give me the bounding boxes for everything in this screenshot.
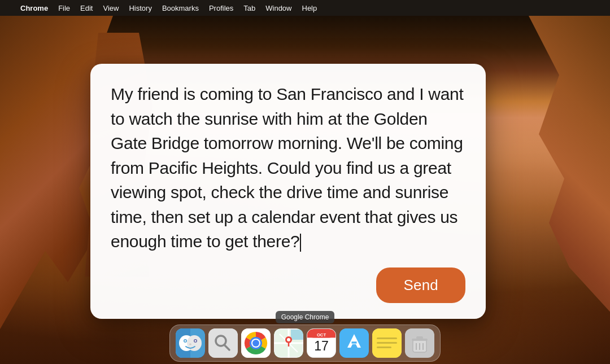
- menu-bookmarks[interactable]: Bookmarks: [158, 3, 203, 14]
- appstore-icon: [339, 328, 369, 358]
- svg-rect-10: [208, 328, 238, 358]
- maps-icon: [274, 328, 303, 358]
- send-button[interactable]: Send: [376, 267, 465, 303]
- dock-icon-appstore[interactable]: [339, 328, 369, 358]
- svg-point-9: [189, 344, 191, 345]
- calendar-icon: OCT 17: [307, 328, 336, 358]
- svg-point-7: [185, 340, 186, 342]
- chrome-icon: [241, 328, 271, 358]
- menu-file[interactable]: File: [54, 3, 75, 14]
- menu-view[interactable]: View: [98, 3, 123, 14]
- dock-icon-spotlight[interactable]: [208, 328, 238, 358]
- dock-container: Google Chrome 🔵: [169, 311, 441, 362]
- text-cursor: [300, 234, 301, 252]
- svg-rect-20: [291, 330, 303, 340]
- svg-rect-31: [377, 337, 397, 339]
- svg-point-17: [252, 340, 259, 347]
- dock-icon-notes[interactable]: [372, 328, 402, 358]
- svg-rect-33: [377, 347, 391, 348]
- menu-profiles[interactable]: Profiles: [204, 3, 238, 14]
- dock-icon-calendar[interactable]: OCT 17: [307, 328, 336, 358]
- svg-point-8: [195, 340, 197, 342]
- notes-icon: [372, 328, 402, 358]
- spotlight-icon: [208, 328, 238, 358]
- dock-icon-trash[interactable]: [405, 328, 434, 358]
- svg-text:17: 17: [314, 339, 329, 353]
- dock-tooltip: Google Chrome: [276, 311, 335, 323]
- dock: 🔵: [169, 324, 441, 362]
- svg-point-22: [287, 338, 290, 341]
- menu-history[interactable]: History: [124, 3, 156, 14]
- dock-icon-chrome[interactable]: [241, 328, 271, 358]
- menu-bar: Chrome File Edit View History Bookmarks …: [0, 0, 610, 16]
- chat-dialog: My friend is coming to San Francisco and…: [90, 64, 486, 319]
- menu-window[interactable]: Window: [261, 3, 296, 14]
- dock-icon-maps[interactable]: [274, 328, 303, 358]
- menu-edit[interactable]: Edit: [76, 3, 97, 14]
- svg-rect-37: [416, 336, 423, 339]
- apple-menu[interactable]: [5, 7, 11, 9]
- send-row: Send: [111, 267, 465, 303]
- trash-icon: [405, 328, 434, 358]
- finder-face-icon: [176, 328, 205, 358]
- svg-text:OCT: OCT: [317, 332, 326, 337]
- svg-rect-32: [377, 342, 397, 344]
- desktop: My friend is coming to San Francisco and…: [0, 16, 610, 364]
- chat-message-text[interactable]: My friend is coming to San Francisco and…: [111, 82, 465, 254]
- menu-tab[interactable]: Tab: [239, 3, 260, 14]
- dock-icon-finder[interactable]: 🔵: [176, 328, 205, 358]
- menu-help[interactable]: Help: [298, 3, 322, 14]
- menu-app-name[interactable]: Chrome: [16, 3, 53, 14]
